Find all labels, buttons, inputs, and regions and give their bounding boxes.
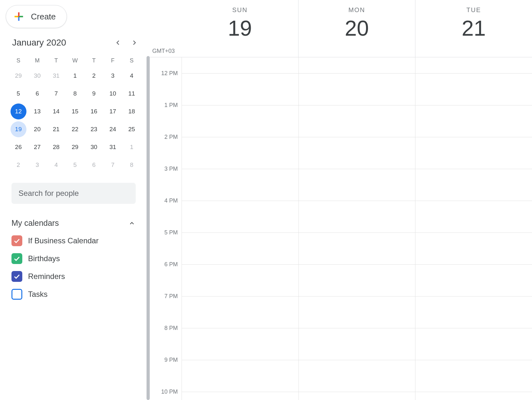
dow-label: MON: [298, 6, 415, 14]
mini-day[interactable]: 23: [86, 121, 102, 137]
mini-day[interactable]: 12: [11, 104, 26, 119]
mini-day[interactable]: 8: [124, 157, 140, 173]
date-label: 19: [182, 16, 298, 40]
hour-gridline: [182, 73, 532, 74]
create-button[interactable]: Create: [6, 5, 67, 28]
mini-day[interactable]: 2: [11, 157, 26, 173]
mini-day[interactable]: 7: [48, 86, 64, 102]
dow-label: SUN: [182, 6, 298, 14]
grid-columns[interactable]: [182, 57, 532, 400]
mini-day[interactable]: 14: [48, 104, 64, 119]
mini-day[interactable]: 22: [67, 121, 83, 137]
mini-dow: S: [122, 54, 141, 67]
mini-day[interactable]: 11: [124, 86, 140, 102]
hour-label: 4 PM: [164, 197, 178, 204]
mini-day[interactable]: 29: [67, 139, 83, 155]
date-label: 20: [298, 16, 415, 40]
mini-day[interactable]: 13: [29, 104, 45, 119]
calendar-checkbox[interactable]: [11, 235, 22, 246]
calendar-item[interactable]: Tasks: [11, 289, 139, 300]
day-header-row: SUN19MON20TUE21: [147, 0, 532, 57]
chevron-right-icon[interactable]: [130, 38, 139, 47]
hour-label: 6 PM: [164, 261, 178, 268]
mini-day[interactable]: 6: [86, 157, 102, 173]
day-column-header[interactable]: TUE21: [415, 0, 532, 57]
hour-gridline: [182, 392, 532, 392]
search-people-input[interactable]: [18, 189, 129, 198]
mini-day[interactable]: 5: [11, 86, 26, 102]
calendar-checkbox[interactable]: [11, 253, 22, 264]
timezone-label: GMT+03: [152, 48, 175, 54]
scrollbar-thumb[interactable]: [147, 56, 150, 400]
mini-dow: M: [28, 54, 47, 67]
hour-gridline: [182, 169, 532, 169]
hours-area[interactable]: 12 PM1 PM2 PM3 PM4 PM5 PM6 PM7 PM8 PM9 P…: [147, 57, 532, 400]
mini-calendar-nav: [113, 38, 139, 47]
calendar-label: If Business Calendar: [28, 236, 98, 245]
mini-day[interactable]: 3: [29, 157, 45, 173]
hours-gutter: 12 PM1 PM2 PM3 PM4 PM5 PM6 PM7 PM8 PM9 P…: [150, 57, 182, 400]
mini-day[interactable]: 29: [11, 68, 26, 84]
mini-calendar: January 2020 SMTWTFS29303112345678910111…: [6, 38, 139, 174]
mini-day[interactable]: 18: [124, 104, 140, 119]
day-column[interactable]: [415, 57, 532, 400]
mini-day[interactable]: 30: [29, 68, 45, 84]
check-icon: [13, 237, 21, 245]
hour-label: 8 PM: [164, 325, 178, 332]
calendar-item[interactable]: Reminders: [11, 271, 139, 282]
mini-day[interactable]: 19: [11, 121, 26, 137]
search-people-box[interactable]: [11, 183, 136, 204]
mini-dow: F: [103, 54, 122, 67]
mini-day[interactable]: 17: [105, 104, 121, 119]
mini-day[interactable]: 1: [67, 68, 83, 84]
check-icon: [13, 255, 21, 262]
hour-gridline: [182, 328, 532, 328]
mini-day[interactable]: 21: [48, 121, 64, 137]
hour-gridline: [182, 232, 532, 233]
mini-day[interactable]: 31: [48, 68, 64, 84]
mini-day[interactable]: 9: [86, 86, 102, 102]
hour-label: 9 PM: [164, 357, 178, 363]
day-column-header[interactable]: MON20: [298, 0, 415, 57]
mini-day[interactable]: 27: [29, 139, 45, 155]
hour-label: 3 PM: [164, 166, 178, 172]
mini-day[interactable]: 15: [67, 104, 83, 119]
mini-dow: T: [47, 54, 66, 67]
mini-day[interactable]: 31: [105, 139, 121, 155]
hour-label: 12 PM: [161, 70, 178, 77]
mini-day[interactable]: 2: [86, 68, 102, 84]
day-column[interactable]: [182, 57, 298, 400]
mini-dow: W: [66, 54, 84, 67]
mini-day[interactable]: 20: [29, 121, 45, 137]
sidebar: Create January 2020 SMTWTFS2930311234567…: [0, 0, 147, 400]
mini-day[interactable]: 4: [124, 68, 140, 84]
day-column-header[interactable]: SUN19: [182, 0, 298, 57]
chevron-up-icon: [128, 219, 136, 227]
mini-day[interactable]: 5: [67, 157, 83, 173]
calendar-checkbox[interactable]: [11, 271, 22, 282]
calendar-checkbox[interactable]: [11, 289, 22, 300]
mini-day[interactable]: 16: [86, 104, 102, 119]
mini-day[interactable]: 6: [29, 86, 45, 102]
mini-day[interactable]: 1: [124, 139, 140, 155]
mini-day[interactable]: 28: [48, 139, 64, 155]
day-column[interactable]: [298, 57, 415, 400]
mini-day[interactable]: 7: [105, 157, 121, 173]
mini-day[interactable]: 25: [124, 121, 140, 137]
mini-day[interactable]: 10: [105, 86, 121, 102]
calendar-item[interactable]: Birthdays: [11, 253, 139, 264]
mini-day[interactable]: 8: [67, 86, 83, 102]
my-calendars-toggle[interactable]: My calendars: [6, 218, 139, 228]
calendar-item[interactable]: If Business Calendar: [11, 235, 139, 246]
mini-calendar-grid: SMTWTFS293031123456789101112131415161718…: [9, 54, 141, 174]
mini-day[interactable]: 26: [11, 139, 26, 155]
mini-day[interactable]: 3: [105, 68, 121, 84]
hour-label: 5 PM: [164, 229, 178, 236]
mini-day[interactable]: 24: [105, 121, 121, 137]
mini-day[interactable]: 4: [48, 157, 64, 173]
mini-day[interactable]: 30: [86, 139, 102, 155]
hour-label: 1 PM: [164, 102, 178, 109]
calendar-label: Birthdays: [28, 254, 60, 263]
chevron-left-icon[interactable]: [113, 38, 122, 47]
check-icon: [13, 273, 21, 280]
